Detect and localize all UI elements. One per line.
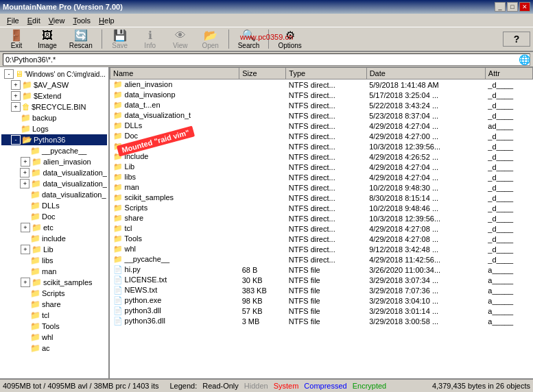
- minimize-button[interactable]: _: [495, 2, 506, 12]
- table-row[interactable]: 📁 data_t...en NTFS direct... 5/22/2018 3…: [110, 100, 533, 110]
- tree-item-windows[interactable]: - 🖥 'Windows' on C:\img\raid...: [1, 69, 107, 79]
- tree-label-libs: libs: [42, 256, 54, 265]
- exit-button[interactable]: 🚪 Exit: [3, 27, 30, 51]
- tree-item-man[interactable]: 📁 man: [1, 266, 107, 277]
- tree-expand-datavis2[interactable]: +: [20, 179, 29, 188]
- table-row[interactable]: 📁 alien_invasion NTFS direct... 5/9/2018…: [110, 79, 533, 90]
- menu-tools[interactable]: Tools: [69, 15, 95, 26]
- table-row[interactable]: 📁 man NTFS direct... 10/2/2018 9:48:30 .…: [110, 182, 533, 193]
- tree-item-recycle[interactable]: + 🗑 $RECYCLE.BIN: [1, 101, 107, 112]
- tree-expand-scikit[interactable]: +: [21, 278, 30, 287]
- table-row[interactable]: 📁 data_visualization_t NTFS direct... 5/…: [110, 110, 533, 121]
- tree-item-python36[interactable]: - 📂 Python36: [1, 134, 107, 145]
- col-type[interactable]: Type: [286, 68, 366, 79]
- tree-expand-etc[interactable]: +: [21, 223, 30, 232]
- open-button[interactable]: 📂 Open: [197, 27, 224, 51]
- table-row[interactable]: 📁 Tools NTFS direct... 4/29/2018 4:27:08…: [110, 234, 533, 244]
- tree-item-lib[interactable]: + 📁 Lib: [1, 244, 107, 255]
- table-row[interactable]: 📁 Lib NTFS direct... 4/29/2018 4:27:04 .…: [110, 162, 533, 172]
- table-row[interactable]: 📁 etc NTFS direct... 10/3/2018 12:39:56.…: [110, 141, 533, 151]
- tree-item-share[interactable]: 📁 share: [1, 299, 107, 310]
- file-type: NTFS direct...: [286, 151, 366, 162]
- tree-item-av-asw[interactable]: + 📁 $AV_ASW: [1, 79, 107, 90]
- col-size[interactable]: Size: [239, 68, 286, 79]
- table-row[interactable]: 📄 python36.dll 3 MB NTFS file 3/29/2018 …: [110, 316, 533, 326]
- table-row[interactable]: 📁 __pycache__ NTFS direct... 4/29/2018 1…: [110, 254, 533, 265]
- table-row[interactable]: 📁 Doc NTFS direct... 4/29/2018 4:27:00 .…: [110, 131, 533, 141]
- menu-view[interactable]: View: [45, 15, 69, 26]
- table-row[interactable]: 📁 whl NTFS direct... 9/12/2018 3:42:48 .…: [110, 244, 533, 254]
- tree-item-ac[interactable]: 📁 ac: [1, 343, 107, 354]
- file-icon: 📁: [113, 101, 123, 109]
- col-date[interactable]: Date: [366, 68, 485, 79]
- tree-item-scikit[interactable]: + 📁 scikit_samples: [1, 277, 107, 288]
- tree-item-datavis3[interactable]: 📁 data_visualization_: [1, 189, 107, 200]
- image-button[interactable]: 🖼 Image: [33, 27, 62, 51]
- search-button[interactable]: 🔍 Search: [233, 27, 265, 51]
- tree-expand-alien[interactable]: +: [21, 157, 30, 167]
- col-attr[interactable]: Attr: [485, 68, 532, 79]
- tree-expand-extend[interactable]: +: [11, 91, 21, 101]
- folder-icon-scripts: 📁: [30, 289, 40, 298]
- menu-help[interactable]: Help: [95, 15, 119, 26]
- tree-item-tcl[interactable]: 📁 tcl: [1, 310, 107, 321]
- legend-encrypted: Encrypted: [353, 382, 387, 390]
- table-row[interactable]: 📁 libs NTFS direct... 4/29/2018 4:27:04 …: [110, 172, 533, 182]
- table-row[interactable]: 📄 hi.py 68 B NTFS file 3/26/2020 11:00:3…: [110, 265, 533, 275]
- table-row[interactable]: 📁 scikit_samples NTFS direct... 8/30/201…: [110, 193, 533, 203]
- tree-item-tools[interactable]: 📁 Tools: [1, 321, 107, 332]
- table-row[interactable]: 📁 data_invasionp NTFS direct... 5/17/201…: [110, 90, 533, 100]
- tree-expand-av-asw[interactable]: +: [11, 80, 21, 90]
- view-button[interactable]: 👁 View: [167, 27, 194, 51]
- tree-item-whl[interactable]: 📁 whl: [1, 332, 107, 343]
- file-size: 98 KB: [239, 295, 286, 306]
- table-row[interactable]: 📁 DLLs NTFS direct... 4/29/2018 4:27:04 …: [110, 121, 533, 131]
- table-row[interactable]: 📁 Scripts NTFS direct... 10/2/2018 9:48:…: [110, 203, 533, 213]
- save-button[interactable]: 💾 Save: [106, 27, 134, 51]
- table-row[interactable]: 📁 tcl NTFS direct... 4/29/2018 4:27:08 .…: [110, 223, 533, 234]
- tree-item-libs[interactable]: 📁 libs: [1, 255, 107, 266]
- tree-item-doc[interactable]: 📁 Doc: [1, 211, 107, 222]
- menu-file[interactable]: File: [3, 15, 23, 26]
- address-input[interactable]: [3, 53, 530, 66]
- info-button[interactable]: ℹ Info: [137, 27, 164, 51]
- tree-item-include[interactable]: 📁 include: [1, 233, 107, 244]
- tree-expand-windows[interactable]: -: [4, 69, 14, 79]
- file-size: [239, 203, 286, 213]
- file-date: 5/23/2018 8:37:04 ...: [366, 110, 485, 121]
- tree-item-datavis2[interactable]: + 📁 data_visualization_: [1, 178, 107, 189]
- folder-icon-dlls: 📁: [30, 201, 40, 210]
- tree-label-scikit: scikit_samples: [43, 278, 93, 286]
- tree-expand-lib[interactable]: +: [21, 245, 30, 254]
- tree-item-datavis1[interactable]: + 📁 data_visualization_: [1, 167, 107, 178]
- close-button[interactable]: ✕: [519, 2, 530, 12]
- folder-icon-doc: 📁: [30, 212, 40, 221]
- menu-edit[interactable]: Edit: [23, 15, 45, 26]
- file-name: 📁 data_t...en: [110, 100, 239, 110]
- tree-item-logs[interactable]: 📁 Logs: [1, 123, 107, 134]
- maximize-button[interactable]: □: [507, 2, 518, 12]
- tree-item-backup[interactable]: 📁 backup: [1, 112, 107, 123]
- tree-expand-python36[interactable]: -: [11, 135, 21, 145]
- tree-item-etc[interactable]: + 📁 etc: [1, 222, 107, 233]
- rescan-button[interactable]: 🔄 Rescan: [64, 27, 97, 51]
- table-row[interactable]: 📄 NEWS.txt 383 KB NTFS file 3/29/2018 7:…: [110, 285, 533, 295]
- status-right: 4,379,435 bytes in 26 objects: [392, 382, 530, 390]
- table-row[interactable]: 📁 share NTFS direct... 10/3/2018 12:39:5…: [110, 213, 533, 223]
- table-row[interactable]: 📄 python3.dll 57 KB NTFS file 3/29/2018 …: [110, 306, 533, 316]
- table-row[interactable]: 📄 LICENSE.txt 30 KB NTFS file 3/29/2018 …: [110, 275, 533, 285]
- options-button[interactable]: ⚙ Options: [273, 27, 306, 51]
- table-row[interactable]: 📁 include NTFS direct... 4/29/2018 4:26:…: [110, 151, 533, 162]
- table-row[interactable]: 📄 python.exe 98 KB NTFS file 3/29/2018 3…: [110, 295, 533, 306]
- tree-expand-recycle[interactable]: +: [11, 102, 21, 112]
- tree-item-scripts[interactable]: 📁 Scripts: [1, 288, 107, 299]
- tree-item-extend[interactable]: + 📁 $Extend: [1, 90, 107, 101]
- tree-label-dlls: DLLs: [42, 201, 60, 210]
- tree-item-dlls[interactable]: 📁 DLLs: [1, 200, 107, 211]
- col-name[interactable]: Name: [110, 68, 239, 79]
- file-icon: 📄: [113, 296, 123, 304]
- tree-item-alien[interactable]: + 📁 alien_invasion: [1, 156, 107, 167]
- help-button[interactable]: ?: [503, 32, 530, 47]
- tree-expand-datavis1[interactable]: +: [20, 168, 29, 177]
- tree-item-pycache[interactable]: 📁 __pycache__: [1, 145, 107, 156]
